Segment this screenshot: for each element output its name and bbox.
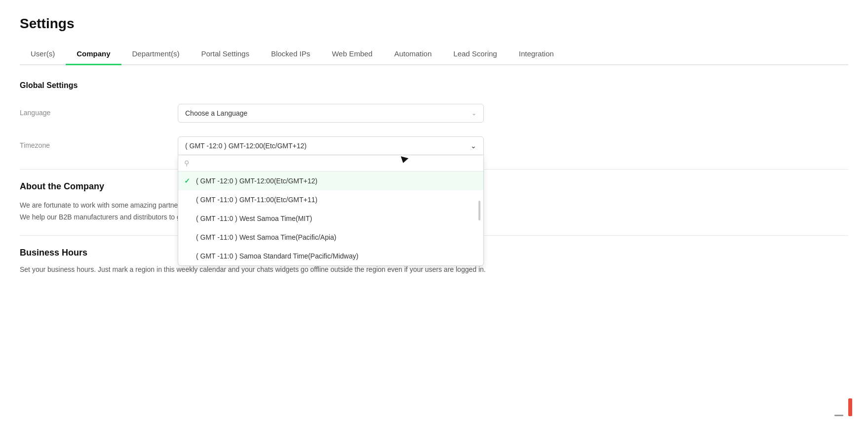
nav-tabs: User(s) Company Department(s) Portal Set… xyxy=(20,43,848,65)
tab-departments[interactable]: Department(s) xyxy=(121,43,191,65)
timezone-label: Timezone xyxy=(20,136,178,149)
timezone-option-2[interactable]: ( GMT -11:0 ) West Samoa Time(MIT) xyxy=(178,209,483,228)
global-settings-label: Global Settings xyxy=(20,81,848,90)
timezone-option-4[interactable]: ( GMT -11:0 ) Samoa Standard Time(Pacifi… xyxy=(178,247,483,265)
scroll-dash xyxy=(834,415,843,416)
search-icon: ⚲ xyxy=(184,159,189,167)
timezone-chevron-icon: ⌄ xyxy=(471,142,476,150)
timezone-option-0-label: ( GMT -12:0 ) GMT-12:00(Etc/GMT+12) xyxy=(196,177,317,185)
tab-automation[interactable]: Automation xyxy=(383,43,442,65)
scroll-indicator xyxy=(848,398,852,416)
timezone-option-1[interactable]: ( GMT -11:0 ) GMT-11:00(Etc/GMT+11) xyxy=(178,190,483,209)
language-dropdown[interactable]: Choose a Language ⌄ xyxy=(178,104,484,123)
language-selected-value: Choose a Language xyxy=(185,109,247,117)
timezone-selected-value: ( GMT -12:0 ) GMT-12:00(Etc/GMT+12) xyxy=(185,142,307,150)
language-control: Choose a Language ⌄ xyxy=(178,104,848,123)
timezone-row: Timezone ( GMT -12:0 ) GMT-12:00(Etc/GMT… xyxy=(20,136,848,155)
timezone-dropdown[interactable]: ( GMT -12:0 ) GMT-12:00(Etc/GMT+12) ⌄ xyxy=(178,136,484,155)
timezone-dropdown-wrapper: ( GMT -12:0 ) GMT-12:00(Etc/GMT+12) ⌄ ⚲ … xyxy=(178,136,484,155)
language-chevron-icon: ⌄ xyxy=(472,110,476,117)
language-label: Language xyxy=(20,104,178,117)
tab-company[interactable]: Company xyxy=(66,43,121,65)
tab-users[interactable]: User(s) xyxy=(20,43,66,65)
timezone-dropdown-menu: ⚲ ✓ ( GMT -12:0 ) GMT-12:00(Etc/GMT+12) … xyxy=(178,155,484,266)
timezone-search-input[interactable] xyxy=(193,159,477,167)
timezone-option-0[interactable]: ✓ ( GMT -12:0 ) GMT-12:00(Etc/GMT+12) xyxy=(178,172,483,190)
scrollbar-hint xyxy=(478,201,480,220)
tab-integration[interactable]: Integration xyxy=(508,43,565,65)
page-title: Settings xyxy=(20,16,848,32)
tab-web-embed[interactable]: Web Embed xyxy=(321,43,383,65)
tab-lead-scoring[interactable]: Lead Scoring xyxy=(442,43,508,65)
timezone-option-2-label: ( GMT -11:0 ) West Samoa Time(MIT) xyxy=(196,215,312,222)
timezone-control: ( GMT -12:0 ) GMT-12:00(Etc/GMT+12) ⌄ ⚲ … xyxy=(178,136,848,155)
language-row: Language Choose a Language ⌄ xyxy=(20,104,848,123)
timezone-option-1-label: ( GMT -11:0 ) GMT-11:00(Etc/GMT+11) xyxy=(196,196,317,204)
timezone-option-3-label: ( GMT -11:0 ) West Samoa Time(Pacific/Ap… xyxy=(196,233,336,241)
timezone-option-3[interactable]: ( GMT -11:0 ) West Samoa Time(Pacific/Ap… xyxy=(178,228,483,247)
page-wrapper: Settings User(s) Company Department(s) P… xyxy=(0,0,868,432)
tab-blocked-ips[interactable]: Blocked IPs xyxy=(260,43,321,65)
timezone-option-4-label: ( GMT -11:0 ) Samoa Standard Time(Pacifi… xyxy=(196,252,358,260)
tab-portal-settings[interactable]: Portal Settings xyxy=(190,43,260,65)
timezone-search-bar: ⚲ xyxy=(178,155,483,172)
check-icon: ✓ xyxy=(184,177,190,185)
